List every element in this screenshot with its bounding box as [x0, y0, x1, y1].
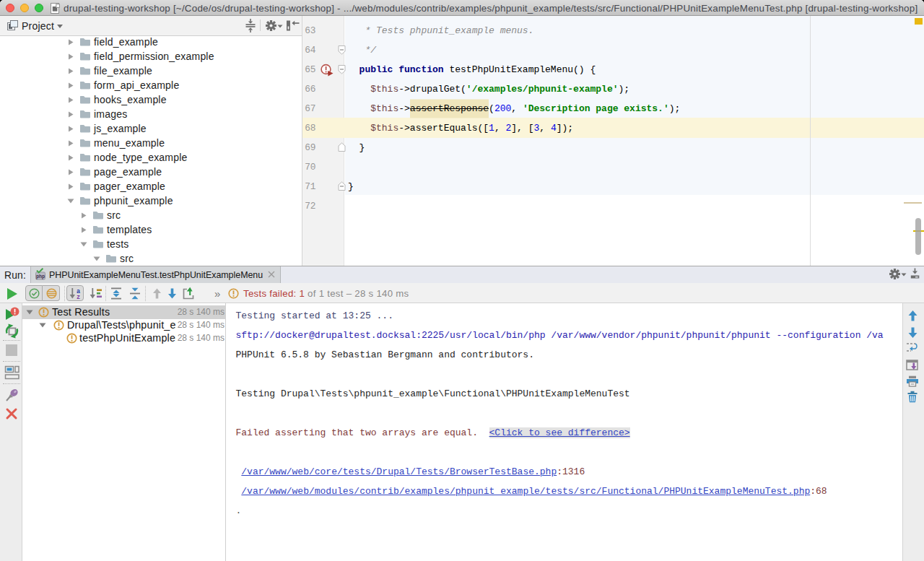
svg-text:z: z — [77, 294, 80, 300]
svg-text:php: php — [36, 274, 45, 279]
